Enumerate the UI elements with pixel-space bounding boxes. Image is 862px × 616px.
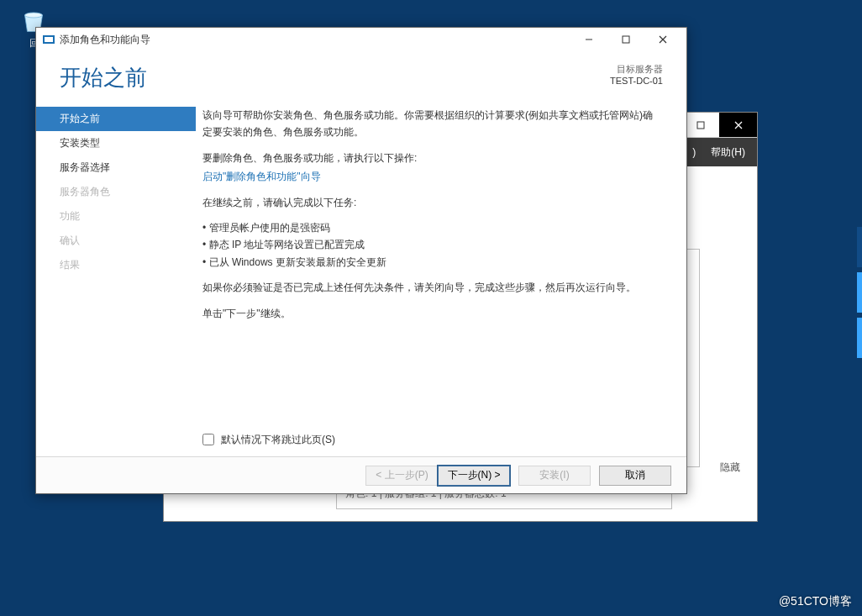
prereq-list: 管理员帐户使用的是强密码 静态 IP 地址等网络设置已配置完成 已从 Windo…	[202, 219, 661, 271]
svg-rect-4	[623, 36, 629, 43]
wizard-content: 该向导可帮助你安装角色、角色服务或功能。你需要根据组织的计算要求(例如共享文档或…	[196, 102, 686, 456]
watermark: @51CTO博客	[779, 594, 852, 609]
nav-results: 结果	[36, 253, 196, 277]
wizard-heading: 开始之前	[60, 63, 610, 92]
add-roles-wizard-window: 添加角色和功能向导 开始之前 目标服务器 TEST-DC-01 开始之前 安装类…	[35, 27, 687, 494]
wizard-title-text: 添加角色和功能向导	[60, 33, 150, 47]
wizard-app-icon	[43, 34, 55, 45]
minimize-icon	[585, 35, 593, 44]
bg-close-button[interactable]	[719, 113, 757, 137]
maximize-icon	[696, 121, 705, 129]
skip-page-row[interactable]: 默认情况下将跳过此页(S)	[202, 431, 661, 448]
nav-installation-type[interactable]: 安装类型	[36, 131, 196, 155]
skip-page-checkbox[interactable]	[202, 434, 214, 445]
nav-features: 功能	[36, 204, 196, 229]
cancel-button[interactable]: 取消	[599, 466, 671, 486]
target-server-name: TEST-DC-01	[610, 76, 663, 86]
content-para4: 如果你必须验证是否已完成上述任何先决条件，请关闭向导，完成这些步骤，然后再次运行…	[202, 279, 661, 296]
wizard-header: 开始之前 目标服务器 TEST-DC-01	[36, 51, 686, 101]
close-icon	[734, 121, 743, 129]
nav-server-roles: 服务器角色	[36, 180, 196, 204]
nav-before-you-begin[interactable]: 开始之前	[36, 107, 196, 131]
target-server-label: 目标服务器	[610, 63, 663, 76]
wizard-minimize-button[interactable]	[570, 28, 607, 51]
bg-menu-fragment: )	[692, 146, 696, 158]
skip-page-label: 默认情况下将跳过此页(S)	[221, 431, 335, 448]
prev-button: < 上一步(P)	[365, 466, 438, 486]
svg-point-0	[25, 13, 43, 18]
content-para5: 单击"下一步"继续。	[202, 305, 661, 322]
bg-hide-label[interactable]: 隐藏	[720, 461, 740, 475]
install-button: 安装(I)	[518, 466, 591, 486]
next-button[interactable]: 下一步(N) >	[438, 466, 510, 486]
right-edge-accents	[857, 227, 862, 363]
svg-rect-1	[697, 122, 704, 129]
close-icon	[659, 35, 667, 44]
wizard-maximize-button[interactable]	[607, 28, 644, 51]
maximize-icon	[622, 35, 630, 44]
content-para2: 要删除角色、角色服务或功能，请执行以下操作:	[202, 150, 661, 166]
nav-confirmation: 确认	[36, 229, 196, 253]
list-item: 静态 IP 地址等网络设置已配置完成	[202, 236, 661, 253]
wizard-footer: < 上一步(P) 下一步(N) > 安装(I) 取消	[36, 456, 686, 493]
svg-rect-3	[45, 37, 53, 42]
wizard-nav: 开始之前 安装类型 服务器选择 服务器角色 功能 确认 结果	[36, 102, 196, 456]
list-item: 管理员帐户使用的是强密码	[202, 219, 661, 236]
nav-server-selection[interactable]: 服务器选择	[36, 155, 196, 180]
bg-menu-help[interactable]: 帮助(H)	[711, 145, 745, 160]
wizard-close-button[interactable]	[644, 28, 681, 51]
content-para1: 该向导可帮助你安装角色、角色服务或功能。你需要根据组织的计算要求(例如共享文档或…	[202, 107, 661, 141]
list-item: 已从 Windows 更新安装最新的安全更新	[202, 254, 661, 271]
content-para3: 在继续之前，请确认完成以下任务:	[202, 194, 661, 211]
remove-roles-link[interactable]: 启动"删除角色和功能"向导	[202, 171, 321, 182]
wizard-titlebar[interactable]: 添加角色和功能向导	[36, 28, 686, 51]
